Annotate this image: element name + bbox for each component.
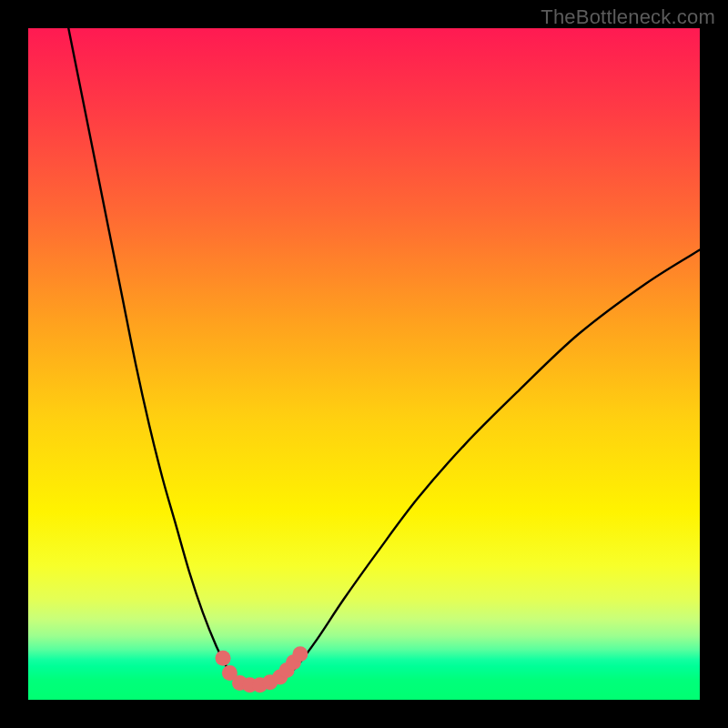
curve-marker [292,646,308,662]
chart-svg [28,28,700,700]
watermark-text: TheBottleneck.com [541,5,715,29]
valley-curve [68,28,700,685]
curve-markers [216,646,308,693]
curve-marker [216,651,231,666]
outer-frame: TheBottleneck.com [0,0,728,728]
